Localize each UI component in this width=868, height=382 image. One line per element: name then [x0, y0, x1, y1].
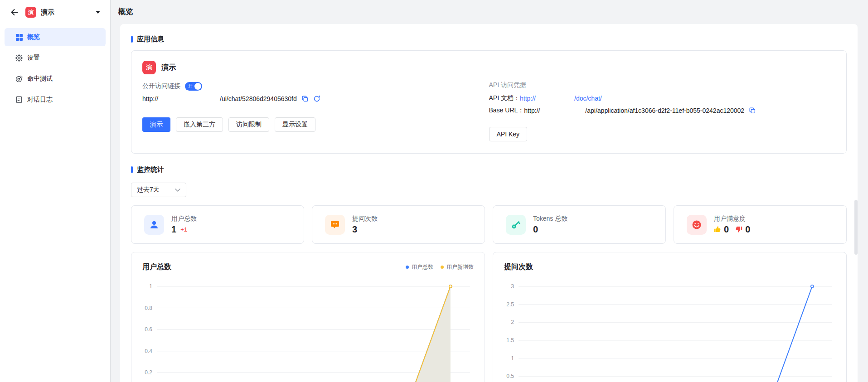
- sidebar-item-label: 命中测试: [27, 75, 53, 83]
- stat-delta: +1: [180, 226, 187, 233]
- api-credentials-label: API 访问凭据: [489, 81, 836, 91]
- legend-item-total-users[interactable]: 用户总数: [406, 263, 433, 271]
- embed-third-party-button[interactable]: 嵌入第三方: [176, 117, 223, 132]
- time-range-value: 过去7天: [137, 186, 160, 194]
- sidebar-item-hit-test[interactable]: 命中测试: [5, 70, 106, 88]
- copy-base-url-button[interactable]: [749, 107, 756, 114]
- main-area: 概览 应用信息 演 演示 公开访问链接 开: [111, 0, 868, 382]
- svg-text:0.5: 0.5: [506, 373, 514, 379]
- api-doc-label: API 文档：: [489, 94, 520, 102]
- api-doc-link-prefix[interactable]: http://: [520, 95, 536, 102]
- sidebar-item-chat-log[interactable]: 对话日志: [5, 91, 106, 109]
- sidebar-item-settings[interactable]: 设置: [5, 49, 106, 67]
- app-avatar: 演: [142, 61, 156, 74]
- app-info-section-head: 应用信息: [131, 35, 847, 44]
- public-url-row: http:// /ui/chat/52806d29405630fd: [142, 95, 489, 102]
- arrow-left-icon: [10, 8, 19, 17]
- svg-text:2.5: 2.5: [506, 301, 514, 308]
- svg-text:0.4: 0.4: [145, 348, 152, 354]
- chart-card-total-users: 用户总数 用户总数 用户新增数 10.80.60.40.20: [131, 252, 485, 382]
- sidebar-item-label: 设置: [27, 54, 40, 62]
- stat-value: 1: [171, 224, 176, 235]
- svg-text:0.6: 0.6: [145, 326, 152, 333]
- stat-value: 3: [352, 224, 357, 235]
- toggle-knob: [194, 83, 201, 90]
- thumbs-down-icon: [735, 226, 742, 233]
- page-header: 概览: [111, 0, 868, 24]
- likes-count: 0: [724, 224, 729, 235]
- api-doc-row: API 文档： http:// /doc/chat/: [489, 93, 836, 103]
- refresh-url-button[interactable]: [313, 95, 320, 102]
- thumbs-up-icon: [714, 226, 721, 233]
- app-name: 演示: [41, 8, 54, 17]
- base-url-path: /api/application/af1c3066-d2f2-11ef-b055…: [585, 107, 744, 114]
- svg-text:0.8: 0.8: [145, 305, 152, 311]
- api-doc-link-path[interactable]: /doc/chat/: [574, 95, 602, 102]
- sidebar-item-label: 对话日志: [27, 96, 53, 104]
- chart-card-questions: 提问次数 32.521.510.50: [493, 252, 847, 382]
- access-restriction-button[interactable]: 访问限制: [228, 117, 269, 132]
- monitor-section-head: 监控统计: [131, 165, 847, 174]
- copy-icon: [749, 107, 756, 114]
- copy-icon: [301, 95, 309, 102]
- questions-line-chart: 32.521.510.50: [493, 275, 846, 382]
- api-key-button[interactable]: API Key: [489, 127, 528, 141]
- legend-dot: [406, 266, 409, 269]
- sidebar: 演 演示 概览 设置 命中测试 对话日志: [0, 0, 111, 382]
- stat-card-total-users: 用户总数 1 +1: [131, 205, 304, 244]
- svg-text:1: 1: [149, 283, 152, 290]
- sidebar-item-label: 概览: [27, 33, 40, 41]
- sidebar-header: 演 演示: [0, 0, 110, 24]
- base-url-prefix: http://: [524, 107, 540, 114]
- gear-icon: [15, 54, 23, 62]
- back-button[interactable]: [10, 8, 19, 17]
- stat-card-satisfaction: 用户满意度 0 0: [674, 205, 847, 244]
- public-url-prefix: http://: [142, 95, 158, 102]
- public-link-toggle[interactable]: 开: [185, 82, 202, 91]
- charts-row: 用户总数 用户总数 用户新增数 10.80.60.40.20: [131, 252, 847, 382]
- demo-button[interactable]: 演示: [142, 117, 170, 132]
- copy-url-button[interactable]: [301, 95, 309, 102]
- stat-label: 用户满意度: [714, 215, 756, 223]
- chart-legend: 用户总数 用户新增数: [406, 263, 474, 271]
- svg-text:1: 1: [511, 355, 514, 362]
- app-avatar: 演: [25, 7, 36, 18]
- public-access-column: 公开访问链接 开 http:// /ui/chat/52806d29405630…: [142, 81, 489, 141]
- time-range-select[interactable]: 过去7天: [131, 183, 186, 197]
- page-title: 概览: [118, 7, 133, 17]
- grid-icon: [15, 33, 23, 41]
- smiley-icon: [687, 215, 707, 235]
- chart-title: 提问次数: [504, 262, 533, 272]
- sidebar-item-overview[interactable]: 概览: [5, 28, 106, 46]
- toggle-on-label: 开: [188, 84, 193, 88]
- stat-card-questions: 提问次数 3: [312, 205, 485, 244]
- section-accent-bar: [131, 36, 133, 43]
- legend-item-new-users[interactable]: 用户新增数: [441, 263, 474, 271]
- dislikes-count: 0: [745, 224, 750, 235]
- stat-card-tokens: Tokens 总数 0: [493, 205, 666, 244]
- app-title-row: 演 演示: [142, 61, 835, 74]
- scrollbar-thumb[interactable]: [854, 200, 858, 255]
- legend-dot: [441, 266, 444, 269]
- chevron-down-icon: [175, 189, 180, 192]
- display-settings-button[interactable]: 显示设置: [275, 117, 315, 132]
- api-credentials-column: API 访问凭据 API 文档： http:// /doc/chat/ Base…: [489, 81, 836, 141]
- stat-label: 用户总数: [171, 215, 197, 223]
- base-url-label: Base URL：: [489, 106, 524, 115]
- document-icon: [15, 96, 23, 104]
- content-panel: 应用信息 演 演示 公开访问链接 开 ht: [120, 24, 858, 382]
- chat-bubble-icon: [325, 215, 345, 235]
- app-switcher-button[interactable]: [94, 9, 102, 15]
- total-users-line-chart: 10.80.60.40.20: [131, 275, 485, 382]
- stat-label: Tokens 总数: [533, 215, 567, 223]
- svg-text:0.2: 0.2: [145, 369, 152, 376]
- app-info-card: 演 演示 公开访问链接 开 http://: [131, 50, 847, 154]
- svg-text:1.5: 1.5: [506, 337, 514, 343]
- app-name: 演示: [161, 63, 176, 73]
- refresh-icon: [313, 95, 320, 102]
- app-info-section-title: 应用信息: [137, 35, 164, 44]
- public-url-path: /ui/chat/52806d29405630fd: [220, 95, 297, 102]
- user-icon: [144, 215, 164, 235]
- monitor-section-title: 监控统计: [137, 165, 164, 174]
- stat-value: 0: [533, 224, 538, 235]
